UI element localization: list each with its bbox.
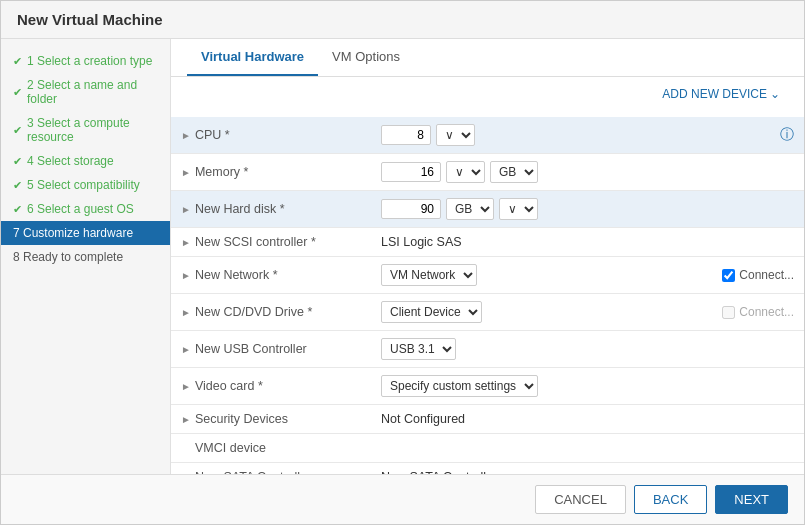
cancel-button[interactable]: CANCEL <box>535 485 626 514</box>
main-panel: Virtual HardwareVM Options ADD NEW DEVIC… <box>171 39 804 474</box>
expand-icon[interactable]: ► <box>181 270 191 281</box>
usb-select[interactable]: USB 3.1 <box>381 338 456 360</box>
row-value-memory: ∨ GB <box>371 154 804 191</box>
hardware-table: ►CPU * ∨ ⓘ ►Memory * ∨ GB ►New Hard disk… <box>171 117 804 474</box>
row-label-vmci: VMCI device <box>171 434 371 463</box>
back-button[interactable]: BACK <box>634 485 707 514</box>
expand-icon[interactable]: ► <box>181 130 191 141</box>
sidebar-item-step5[interactable]: ✔5 Select compatibility <box>1 173 170 197</box>
table-row: VMCI device <box>171 434 804 463</box>
row-text-security: Not Configured <box>381 412 465 426</box>
table-row: ►Security DevicesNot Configured <box>171 405 804 434</box>
tabs-bar: Virtual HardwareVM Options <box>171 39 804 77</box>
check-icon: ✔ <box>13 55 22 68</box>
expand-icon[interactable]: ► <box>181 167 191 178</box>
table-row: ►CPU * ∨ ⓘ <box>171 117 804 154</box>
cdvd-connect-checkbox <box>722 306 735 319</box>
row-label-security: ►Security Devices <box>171 405 371 434</box>
check-icon: ✔ <box>13 155 22 168</box>
memory-dropdown[interactable]: ∨ <box>446 161 485 183</box>
disk-value-input[interactable] <box>381 199 441 219</box>
row-label-cpu: ►CPU * <box>171 117 371 154</box>
tab-virtual-hardware[interactable]: Virtual Hardware <box>187 39 318 76</box>
cdvd-select[interactable]: Client Device <box>381 301 482 323</box>
sidebar-item-step8[interactable]: 8 Ready to complete <box>1 245 170 269</box>
row-value-hard-disk: GBMB ∨ <box>371 191 804 228</box>
dialog-title: New Virtual Machine <box>1 1 804 39</box>
row-label-cdvd: ►New CD/DVD Drive * <box>171 294 371 331</box>
memory-value-input[interactable] <box>381 162 441 182</box>
sidebar-item-step3[interactable]: ✔3 Select a compute resource <box>1 111 170 149</box>
disk-dropdown[interactable]: ∨ <box>499 198 538 220</box>
row-label-video: ►Video card * <box>171 368 371 405</box>
row-label-network: ►New Network * <box>171 257 371 294</box>
check-icon: ✔ <box>13 203 22 216</box>
sidebar-item-step6[interactable]: ✔6 Select a guest OS <box>1 197 170 221</box>
sidebar-item-step4[interactable]: ✔4 Select storage <box>1 149 170 173</box>
info-icon: ⓘ <box>780 126 794 144</box>
expand-icon[interactable]: ► <box>181 307 191 318</box>
row-value-video: Specify custom settings <box>371 368 804 405</box>
row-value-cpu: ∨ ⓘ <box>371 117 804 154</box>
next-button[interactable]: NEXT <box>715 485 788 514</box>
add-new-device-button[interactable]: ADD NEW DEVICE ⌄ <box>662 87 780 101</box>
network-select[interactable]: VM Network <box>381 264 477 286</box>
sidebar-item-step2[interactable]: ✔2 Select a name and folder <box>1 73 170 111</box>
cpu-unit-select[interactable]: ∨ <box>436 124 475 146</box>
disk-unit-select[interactable]: GBMB <box>446 198 494 220</box>
dialog-footer: CANCEL BACK NEXT <box>1 474 804 524</box>
tab-vm-options[interactable]: VM Options <box>318 39 414 76</box>
row-label-memory: ►Memory * <box>171 154 371 191</box>
sidebar: ✔1 Select a creation type✔2 Select a nam… <box>1 39 171 474</box>
dialog-body: ✔1 Select a creation type✔2 Select a nam… <box>1 39 804 474</box>
expand-icon[interactable]: ► <box>181 237 191 248</box>
chevron-down-icon: ⌄ <box>770 87 780 101</box>
new-vm-dialog: New Virtual Machine ✔1 Select a creation… <box>0 0 805 525</box>
row-label-sata: New SATA Controller <box>171 463 371 475</box>
row-value-sata: New SATA Controller <box>371 463 804 475</box>
table-row: ►New CD/DVD Drive * Client Device Connec… <box>171 294 804 331</box>
expand-icon[interactable]: ► <box>181 381 191 392</box>
row-text-sata: New SATA Controller <box>381 470 497 474</box>
hardware-content: ADD NEW DEVICE ⌄ ►CPU * ∨ ⓘ ►Memory * ∨ … <box>171 77 804 474</box>
expand-icon[interactable]: ► <box>181 414 191 425</box>
row-value-network: VM Network Connect... <box>371 257 804 294</box>
row-value-cdvd: Client Device Connect... <box>371 294 804 331</box>
table-row: ►New USB Controller USB 3.1 <box>171 331 804 368</box>
table-row: ►New Hard disk * GBMB ∨ <box>171 191 804 228</box>
sidebar-item-step7[interactable]: 7 Customize hardware <box>1 221 170 245</box>
row-value-usb: USB 3.1 <box>371 331 804 368</box>
table-row: New SATA ControllerNew SATA Controller <box>171 463 804 475</box>
cpu-value-input[interactable] <box>381 125 431 145</box>
expand-icon[interactable]: ► <box>181 204 191 215</box>
row-value-security: Not Configured <box>371 405 804 434</box>
row-value-vmci <box>371 434 804 463</box>
table-row: ►Video card * Specify custom settings <box>171 368 804 405</box>
table-row: ►New SCSI controller *LSI Logic SAS <box>171 228 804 257</box>
row-value-scsi: LSI Logic SAS <box>371 228 804 257</box>
table-row: ►New Network * VM Network Connect... <box>171 257 804 294</box>
network-connect-checkbox[interactable] <box>722 269 735 282</box>
row-label-hard-disk: ►New Hard disk * <box>171 191 371 228</box>
video-select[interactable]: Specify custom settings <box>381 375 538 397</box>
row-label-usb: ►New USB Controller <box>171 331 371 368</box>
sidebar-item-step1[interactable]: ✔1 Select a creation type <box>1 49 170 73</box>
memory-unit-select[interactable]: GB <box>490 161 538 183</box>
table-row: ►Memory * ∨ GB <box>171 154 804 191</box>
row-text-scsi: LSI Logic SAS <box>381 235 462 249</box>
row-label-scsi: ►New SCSI controller * <box>171 228 371 257</box>
check-icon: ✔ <box>13 124 22 137</box>
check-icon: ✔ <box>13 179 22 192</box>
expand-icon[interactable]: ► <box>181 344 191 355</box>
check-icon: ✔ <box>13 86 22 99</box>
